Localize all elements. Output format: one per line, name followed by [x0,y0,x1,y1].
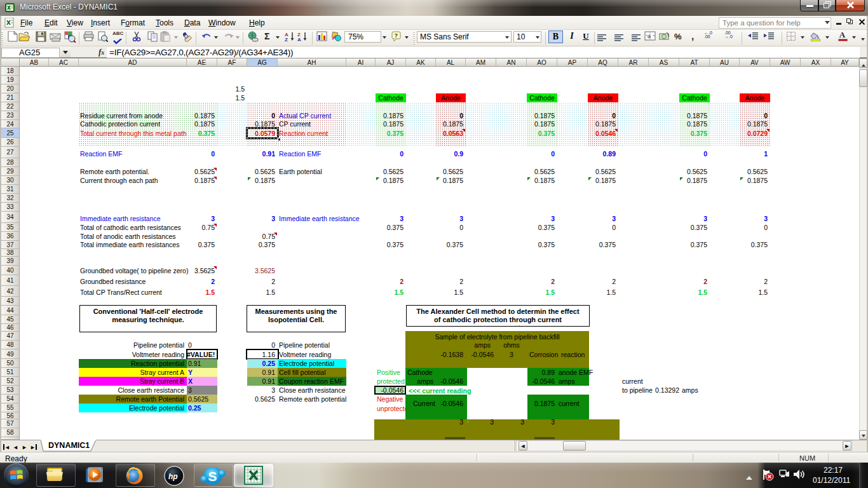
svg-text:A: A [297,37,301,42]
svg-text:hp: hp [168,472,178,481]
svg-text:S: S [208,469,217,484]
svg-text:?: ? [395,32,398,39]
svg-text:a: a [648,33,651,39]
svg-text:Z: Z [285,37,288,42]
